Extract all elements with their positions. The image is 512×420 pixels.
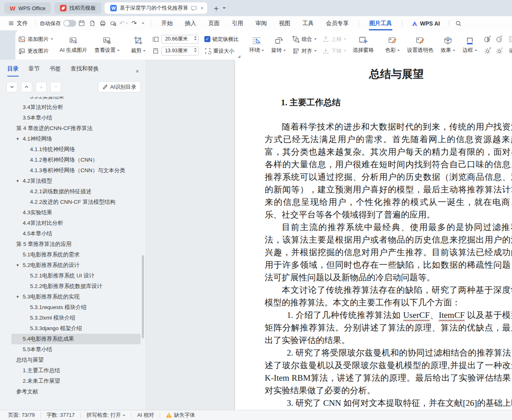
wrap-button[interactable]: 环绕 <box>246 30 268 60</box>
tab-picture-tools[interactable]: 图片工具 <box>363 16 398 30</box>
align-button[interactable]: 对齐 <box>292 47 317 55</box>
view-settings-button[interactable]: 查看设置 <box>91 30 123 60</box>
sidebar-scrollbar[interactable] <box>142 255 144 338</box>
toc-item[interactable]: 3.3.2实验结果 <box>0 97 146 102</box>
step-down-icon[interactable] <box>194 39 197 41</box>
toc-item[interactable]: ▼4.1神经网络 <box>0 134 146 144</box>
file-menu[interactable]: 文件 <box>5 20 31 27</box>
ai-generate-image-button[interactable]: AI 生成图片 <box>56 30 91 60</box>
step-up-icon[interactable] <box>194 48 197 49</box>
sidebar-tab-书签[interactable]: 书签 <box>49 65 61 77</box>
move-up-button[interactable]: 上移 <box>322 35 346 44</box>
toc-item[interactable]: ▼5.2电影推荐系统的设计 <box>0 260 146 271</box>
print-button[interactable] <box>97 19 108 28</box>
set-transparent-color-button[interactable]: 设置透明色 <box>403 30 437 60</box>
close-icon[interactable]: × <box>200 5 204 11</box>
close-icon[interactable]: × <box>135 68 139 75</box>
border-button[interactable]: 边框 <box>459 30 481 60</box>
ai-proofread-button[interactable]: AI 校对 <box>137 411 154 419</box>
doc-paragraph[interactable]: 3. 研究了 CNN 如何对文本提取特征，并在文献[26]的基础上吸取文献[30… <box>265 397 512 410</box>
group-button[interactable]: 组合 <box>292 35 317 44</box>
doc-paragraph[interactable]: 1. 介绍了几种传统推荐算法如 UserCF、ItemCF 以及基于模型的矩阵分… <box>265 309 512 347</box>
collapse-arrow-icon[interactable]: ▼ <box>16 292 19 302</box>
new-tab-button[interactable]: ＋ <box>212 3 220 14</box>
width-spinner[interactable] <box>161 35 199 44</box>
sidebar-tab-章节[interactable]: 章节 <box>28 65 40 77</box>
effects-button[interactable]: 效果 <box>437 30 459 60</box>
step-up-icon[interactable] <box>194 36 197 38</box>
toc-item[interactable]: 4.2.1训练数据的特征描述 <box>0 186 146 197</box>
app-tab[interactable]: 找稻壳模板 <box>54 2 101 14</box>
toc-item[interactable]: 总结与展望 <box>0 355 146 365</box>
toc-item[interactable]: 5.5本章小结 <box>0 344 146 355</box>
undo-button[interactable]: ↶ <box>118 19 129 28</box>
print-preview-button[interactable] <box>108 19 118 28</box>
toc-item[interactable]: 4.1.1传统神经网络 <box>0 144 146 155</box>
sidebar-tab-目录[interactable]: 目录 <box>7 65 19 77</box>
menu-页面[interactable]: 页面 <box>202 16 226 30</box>
collapse-arrow-icon[interactable]: ▼ <box>16 134 19 144</box>
toc-item[interactable]: 3.5本章小结 <box>0 113 146 123</box>
toc-item[interactable]: 5.2.1电影推荐系统 UI 设计 <box>0 271 146 281</box>
toc-item[interactable]: 5.4电影推荐系统成果 <box>11 334 141 344</box>
step-down-icon[interactable] <box>194 51 197 52</box>
toc-collapse-button[interactable] <box>21 82 32 92</box>
search-button[interactable] <box>453 19 464 28</box>
toc-item[interactable]: 2.未来工作展望 <box>0 376 146 386</box>
menu-会员专享[interactable]: 会员专享 <box>320 16 355 30</box>
app-tab[interactable]: WWPS Office <box>4 2 51 14</box>
selection-pane-button[interactable]: 选择窗格 <box>349 30 377 60</box>
menu-插入[interactable]: 插入 <box>179 16 202 30</box>
toc-item[interactable]: 4.4算法对比分析 <box>0 218 146 228</box>
document-page[interactable]: 总结与展望1. 主要工作总结随着科学技术的进步和大数据时代的到来，传统的用户找资… <box>235 60 512 410</box>
missing-font-warning[interactable]: 缺失字体 <box>166 411 195 419</box>
spellcheck-status[interactable]: 拼写检查: 打开 <box>86 411 125 419</box>
toc-item[interactable]: 4.5本章小结 <box>0 228 146 239</box>
autosave-toggle[interactable] <box>63 20 76 27</box>
brightness-decrease-button[interactable] <box>495 47 503 55</box>
dialog-launcher-icon[interactable]: ◢ <box>238 55 240 58</box>
move-down-button[interactable]: 下移 <box>322 47 346 55</box>
reset-style-button[interactable]: 重设样式 <box>509 47 512 55</box>
toc-expand-button[interactable] <box>6 82 17 92</box>
height-spinner[interactable] <box>161 47 199 55</box>
menu-审阅[interactable]: 审阅 <box>249 16 273 30</box>
quickbar-chevron-icon[interactable] <box>142 23 144 24</box>
sidebar-tab-查找和替换[interactable]: 查找和替换 <box>71 65 99 77</box>
toc-item[interactable]: 5.2.2电影推荐系统数据库设计 <box>0 281 146 292</box>
autosave-control[interactable]: 自动保存 <box>40 20 76 27</box>
toc-item[interactable]: 4.3实验结果 <box>0 207 146 218</box>
save-button[interactable] <box>76 19 87 28</box>
width-input[interactable] <box>162 36 189 42</box>
crop-button[interactable]: 裁剪 <box>127 30 149 60</box>
toc-item[interactable]: 第 4 章改进的CNN-CF推荐算法 <box>0 123 146 134</box>
toc-item[interactable]: 致谢 <box>0 397 146 397</box>
toc-item[interactable]: 5.3.1requests 模块介绍 <box>0 302 146 313</box>
color-button[interactable]: 色彩 <box>381 30 403 60</box>
rotate-button[interactable]: 旋转 <box>268 30 289 60</box>
height-input[interactable] <box>162 48 189 54</box>
wps-ai-menu[interactable]: WPS AI <box>407 20 445 27</box>
add-image-button[interactable]: 添加图片 <box>18 35 53 44</box>
toc-item[interactable]: 第 5 章推荐算法的应用 <box>0 239 146 249</box>
doc-paragraph[interactable]: 2. 研究了将受限玻尔兹曼机和的协同过滤相结合的推荐算法，讲述了玻尔兹曼机以及受… <box>265 347 512 397</box>
toc-item[interactable]: 1.主要工作总结 <box>0 365 146 376</box>
menu-引用[interactable]: 引用 <box>226 16 249 30</box>
doc-paragraph[interactable]: 随着科学技术的进步和大数据时代的到来，传统的用户找资源的方式已经无法满足用户的需… <box>265 121 512 221</box>
brightness-increase-button[interactable] <box>484 47 491 55</box>
doc-paragraph[interactable]: 目前主流的推荐系统中最经典、使用最多的是协同过滤推荐算法，该算法主要是根据用户或… <box>265 221 512 284</box>
toc-item[interactable]: 4.1.2卷积神经网络（CNN） <box>0 155 146 165</box>
page-indicator[interactable]: 页面: 73/79 <box>8 411 35 419</box>
collapse-arrow-icon[interactable]: ▼ <box>16 176 19 186</box>
toc-item[interactable]: 3.4算法对比分析 <box>0 102 146 113</box>
toc-item[interactable]: 5.3.2lxml 模块介绍 <box>0 313 146 323</box>
app-tab[interactable]: W基于深度学习的个性化推荐算× <box>105 2 207 14</box>
comment-icon[interactable] <box>191 6 197 11</box>
word-count[interactable]: 字数: 37717 <box>47 411 75 419</box>
reset-size-button[interactable]: 重设大小 <box>204 47 239 55</box>
transparency-button[interactable]: 透明度 <box>509 35 512 44</box>
menu-工具[interactable]: 工具 <box>296 16 320 30</box>
toc-zoom-out-button[interactable]: − <box>50 82 61 92</box>
menu-开始[interactable]: 开始 <box>155 16 179 30</box>
tab-list-chevron-icon[interactable] <box>223 7 226 9</box>
